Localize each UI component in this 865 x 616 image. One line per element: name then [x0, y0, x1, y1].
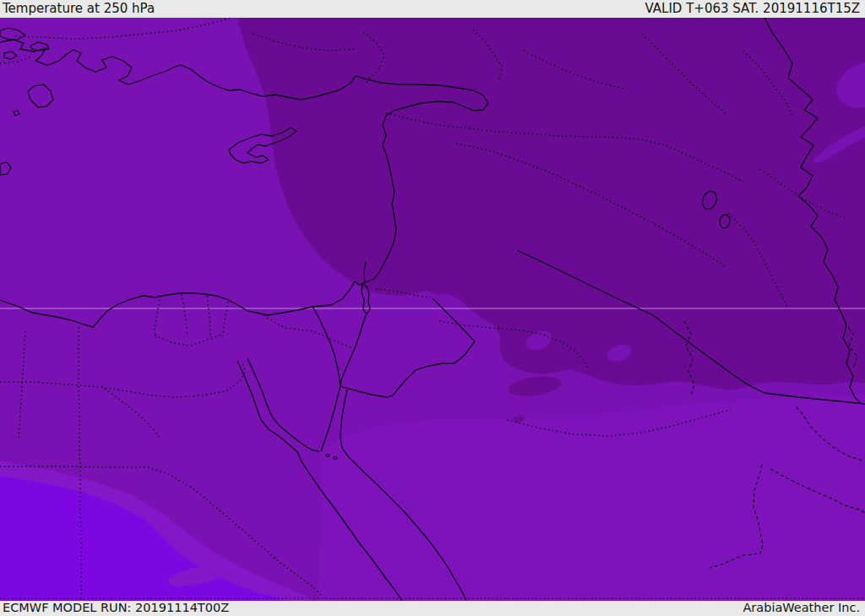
map-footer-bar: ECMWF MODEL RUN: 20191114T00Z ArabiaWeat…	[0, 601, 865, 616]
temperature-map-svg	[0, 18, 865, 601]
weather-map-canvas	[0, 18, 865, 601]
map-title-bar: Temperature at 250 hPa VALID T+063 SAT. …	[0, 0, 865, 18]
valid-time-label: VALID T+063 SAT. 20191116T15Z	[645, 0, 860, 17]
page-title: Temperature at 250 hPa	[3, 0, 155, 17]
model-run-label: ECMWF MODEL RUN: 20191114T00Z	[3, 601, 229, 615]
brand-label: ArabiaWeather Inc.	[743, 601, 860, 615]
temp-fill-south	[318, 395, 865, 601]
